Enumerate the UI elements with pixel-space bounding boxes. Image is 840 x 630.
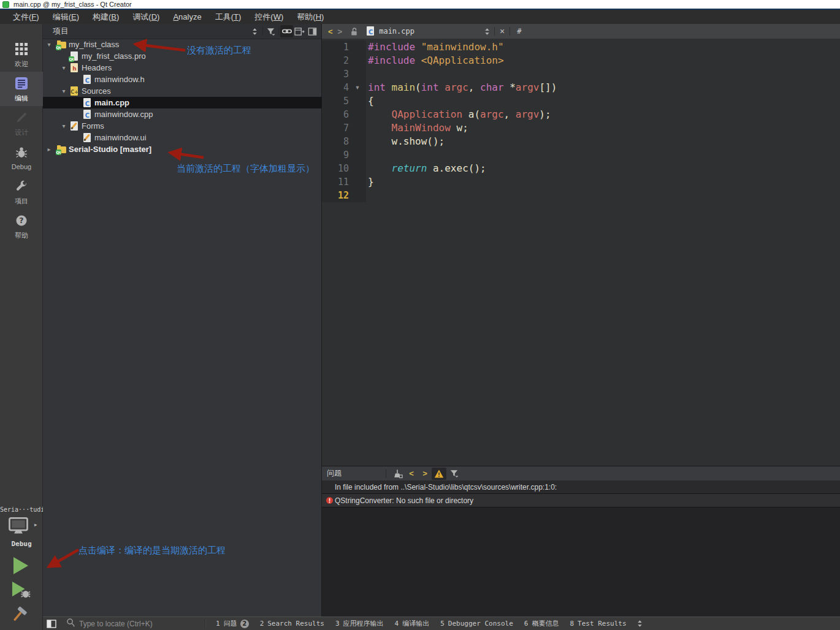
code-line-8[interactable]: 8 w.show(); — [322, 135, 840, 148]
build-button[interactable] — [10, 606, 29, 624]
annotation-inactive-project: 没有激活的工程 — [187, 45, 251, 56]
c-file-icon: C — [83, 75, 92, 85]
back-icon[interactable]: < — [326, 27, 335, 36]
code-editor[interactable]: < > C main.cpp × # 1#include "mainwindow… — [322, 24, 840, 466]
link-icon[interactable] — [280, 25, 293, 37]
issues-panel-title: 问题 — [327, 468, 386, 479]
pane-label: Search Results — [267, 620, 324, 628]
combo-updown-icon[interactable] — [248, 25, 261, 37]
output-pane-5[interactable]: 5Debugger Console — [435, 617, 519, 630]
mode-button-debug[interactable]: Debug — [0, 140, 43, 175]
locator-input[interactable] — [78, 619, 200, 629]
chevron-down-icon[interactable]: ▾ — [59, 120, 68, 132]
show-warnings-toggle-icon[interactable] — [432, 468, 446, 480]
svg-text:?: ? — [19, 216, 23, 225]
tree-item-Headers[interactable]: ▾hHeaders — [43, 62, 322, 74]
output-pane-6[interactable]: 6概要信息 — [519, 617, 565, 630]
sources-group-icon: C+ — [70, 86, 79, 96]
mode-button-设计[interactable]: 设计 — [0, 106, 43, 140]
menu-item-5[interactable]: 工具(T) — [208, 12, 248, 23]
symbol-combo[interactable]: # — [513, 27, 525, 36]
fold-margin — [349, 148, 366, 162]
tree-item-mainwindow.h[interactable]: Cmainwindow.h — [43, 74, 322, 85]
code-line-2[interactable]: 2#include <QApplication> — [322, 54, 840, 67]
code-line-10[interactable]: 10 return a.exec(); — [322, 162, 840, 175]
menu-item-7[interactable]: 帮助(H) — [290, 12, 330, 23]
mode-button-欢迎[interactable]: 欢迎 — [0, 37, 43, 72]
split-icon[interactable] — [293, 25, 306, 37]
chevron-down-icon[interactable]: ▾ — [45, 39, 53, 50]
gutter: 8 — [322, 135, 366, 148]
output-pane-1[interactable]: 1问题2 — [210, 617, 254, 630]
close-icon[interactable]: × — [498, 26, 506, 36]
output-pane-8[interactable]: 8Test Results — [564, 617, 632, 630]
tree-item-Serial-Studio-master-[interactable]: ▸QtSerial-Studio [master] — [43, 143, 322, 155]
issue-row-1[interactable]: QStringConverter: No such file or direct… — [322, 493, 840, 507]
c-file-icon: C — [83, 98, 92, 108]
tree-item-mainwindow.ui[interactable]: mainwindow.ui — [43, 132, 322, 143]
tree-item-Forms[interactable]: ▾Forms — [43, 120, 322, 132]
tree-item-label: my_frist_class.pro — [82, 50, 146, 62]
code-line-11[interactable]: 11} — [322, 175, 840, 189]
tree-item-my_frist_class.pro[interactable]: Qtmy_frist_class.pro — [43, 50, 322, 62]
run-debug-button[interactable] — [10, 580, 31, 601]
line-number: 11 — [322, 175, 349, 189]
chevron-down-icon[interactable]: ▾ — [59, 62, 68, 74]
forward-icon[interactable]: > — [335, 27, 345, 36]
clear-issues-icon[interactable] — [390, 468, 405, 480]
mode-button-编辑[interactable]: 编辑 — [0, 72, 43, 106]
issue-row-0[interactable]: In file included from ..\Serial-Studio\l… — [322, 480, 840, 493]
mode-button-帮助[interactable]: ?帮助 — [0, 209, 43, 243]
kit-config-label: Debug — [0, 540, 43, 548]
code-line-12[interactable]: 12 — [322, 189, 840, 202]
tree-item-mainwindow.cpp[interactable]: Cmainwindow.cpp — [43, 108, 322, 120]
code-line-4[interactable]: 4▼int main(int argc, char *argv[]) — [322, 81, 840, 94]
code-line-1[interactable]: 1#include "mainwindow.h" — [322, 40, 840, 54]
filter-icon[interactable] — [264, 25, 277, 37]
mode-label: 帮助 — [15, 231, 28, 240]
previous-issue-icon[interactable]: < — [405, 469, 418, 478]
document-dropdown-icon[interactable] — [483, 28, 491, 36]
code-line-9[interactable]: 9 — [322, 148, 840, 162]
menu-item-6[interactable]: 控件(W) — [248, 12, 290, 23]
code-line-7[interactable]: 7 MainWindow w; — [322, 121, 840, 135]
next-issue-icon[interactable]: > — [418, 469, 432, 478]
issue-count-badge: 2 — [240, 620, 249, 628]
tree-item-Sources[interactable]: ▾C+Sources — [43, 85, 322, 97]
output-pane-2[interactable]: 2Search Results — [254, 617, 330, 630]
gutter: 3 — [322, 67, 366, 81]
fold-margin — [349, 40, 366, 54]
output-pane-3[interactable]: 3应用程序输出 — [330, 617, 389, 630]
filter-icon[interactable] — [446, 468, 461, 480]
menu-item-2[interactable]: 构建(B) — [86, 12, 126, 23]
gutter: 12 — [322, 189, 366, 202]
fold-margin — [349, 121, 366, 135]
menu-item-1[interactable]: 编辑(E) — [46, 12, 86, 23]
code-area[interactable]: 1#include "mainwindow.h"2#include <QAppl… — [322, 39, 840, 202]
edit-mode-icon — [13, 75, 29, 91]
menu-item-4[interactable]: Analyze — [166, 12, 208, 21]
toggle-sidebar-icon[interactable] — [47, 619, 58, 629]
output-pane-4[interactable]: 4编译输出 — [389, 617, 435, 630]
chevron-down-icon[interactable]: ▾ — [59, 85, 68, 97]
status-bar: 1问题22Search Results3应用程序输出4编译输出5Debugger… — [43, 617, 840, 630]
chevron-right-icon[interactable]: ▸ — [45, 143, 53, 155]
menu-item-3[interactable]: 调试(D) — [126, 12, 166, 23]
tree-item-main.cpp[interactable]: Cmain.cpp — [43, 97, 322, 108]
qt-project-icon: Qt — [57, 145, 66, 154]
menu-item-0[interactable]: 文件(F) — [6, 12, 46, 23]
issue-text: QStringConverter: No such file or direct… — [335, 496, 473, 505]
run-button[interactable] — [10, 556, 31, 577]
code-line-6[interactable]: 6 QApplication a(argc, argv); — [322, 108, 840, 121]
close-panel-icon[interactable] — [306, 25, 319, 37]
code-line-3[interactable]: 3 — [322, 67, 840, 81]
kit-selector-arrow-icon[interactable]: ▸ — [34, 522, 37, 528]
fold-marker-icon[interactable]: ▼ — [349, 81, 366, 94]
line-number: 9 — [322, 148, 349, 162]
output-pane-arrows-icon[interactable] — [636, 620, 644, 628]
kit-selector-button[interactable] — [8, 517, 35, 535]
mode-button-项目[interactable]: 项目 — [0, 175, 43, 209]
editor-tab-main-cpp[interactable]: main.cpp — [379, 27, 414, 36]
tree-item-my_frist_class[interactable]: ▾Qtmy_frist_class — [43, 39, 322, 50]
code-line-5[interactable]: 5{ — [322, 94, 840, 108]
